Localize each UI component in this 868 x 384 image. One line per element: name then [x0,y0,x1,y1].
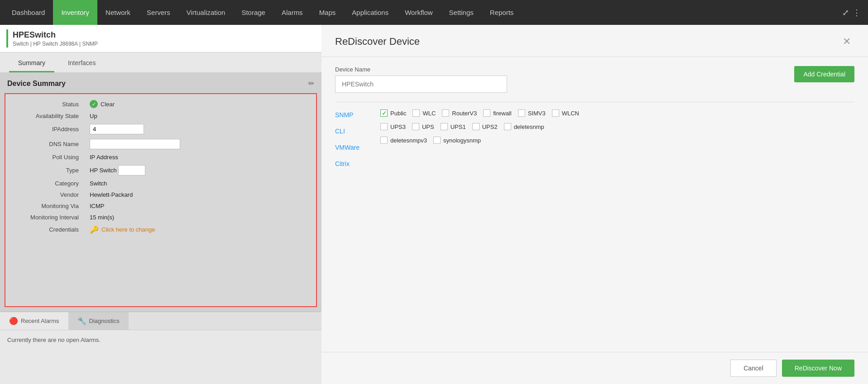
nav-alarms[interactable]: Alarms [273,0,311,25]
cred-checkbox-ups[interactable] [412,123,419,130]
device-summary-header: Device Summary ✏ [5,77,317,90]
nav-settings[interactable]: Settings [441,0,482,25]
menu-icon[interactable]: ⋮ [853,8,861,18]
field-label-type: Type [9,163,86,178]
nav-dashboard[interactable]: Dashboard [4,0,53,25]
field-label-credentials: Credentials [9,223,86,236]
protocol-vmware[interactable]: VMWare [335,142,371,153]
tab-summary[interactable]: Summary [9,55,54,72]
modal-panel: ReDiscover Device ✕ Device Name Add Cred… [321,25,868,384]
table-row: Category Switch [9,178,312,189]
cred-checkbox-simv3[interactable] [518,109,525,117]
field-value-dns [86,137,312,152]
cred-label-ups: UPS [422,123,434,130]
field-label-category: Category [9,178,86,189]
device-name-input[interactable] [335,76,507,93]
cred-label-wlcn: WLCN [562,110,579,117]
top-nav: Dashboard Inventory Network Servers Virt… [0,0,868,25]
rediscover-button[interactable]: ReDiscover Now [782,360,854,377]
cred-checkbox-deletesnmpv3[interactable] [380,137,388,144]
modal-footer: Cancel ReDiscover Now [321,352,868,384]
tab-interfaces[interactable]: Interfaces [59,55,105,72]
cred-checkbox-deletesnmp[interactable] [504,123,511,130]
summary-table: Status ✓ Clear Availability State Up [9,98,312,236]
cred-label-deletesnmpv3: deletesnmpv3 [390,137,427,144]
resize-icon[interactable]: ⤢ [842,8,849,18]
cred-checkbox-ups1[interactable] [441,123,448,130]
tab-diagnostics[interactable]: 🔧 Diagnostics [68,312,129,330]
cred-deletesnmp[interactable]: deletesnmp [504,123,544,130]
nav-virtualization[interactable]: Virtualization [178,0,234,25]
protocol-cli[interactable]: CLI [335,126,371,137]
edit-icon[interactable]: ✏ [308,79,314,88]
credentials-section: SNMP CLI VMWare Citrix ✓ Public [335,102,854,169]
protocol-citrix[interactable]: Citrix [335,158,371,169]
ip-address-input[interactable] [90,124,144,134]
tab-recent-alarms-label: Recent Alarms [21,318,59,324]
field-value-ip [86,122,312,137]
field-label-monitoring-via: Monitoring Via [9,200,86,212]
cred-checkbox-public[interactable]: ✓ [380,109,388,117]
cred-synologysnmp[interactable]: synologysnmp [433,137,481,144]
cred-checkbox-firewall[interactable] [483,109,490,117]
table-row: Poll Using IP Address [9,152,312,163]
field-value-availability: Up [86,110,312,122]
modal-header: ReDiscover Device ✕ [321,25,868,57]
credentials-link[interactable]: 🔑 Click here to change [90,225,309,234]
field-value-monitoring-via: ICMP [86,200,312,212]
alarm-icon: 🔴 [9,317,18,325]
nav-reports[interactable]: Reports [482,0,522,25]
table-row: DNS Name [9,137,312,152]
cred-firewall[interactable]: firewall [483,109,511,117]
field-label-status: Status [9,98,86,110]
cred-label-public: Public [390,110,406,117]
cred-public[interactable]: ✓ Public [380,109,406,117]
type-input[interactable] [118,165,145,175]
table-row: Monitoring Interval 15 min(s) [9,212,312,223]
nav-inventory[interactable]: Inventory [53,0,97,25]
cred-ups1[interactable]: UPS1 [441,123,466,130]
cred-checkbox-synologysnmp[interactable] [433,137,441,144]
cred-checkbox-ups2[interactable] [472,123,480,130]
field-value-monitoring-interval: 15 min(s) [86,212,312,223]
nav-storage[interactable]: Storage [233,0,273,25]
cred-ups2[interactable]: UPS2 [472,123,498,130]
cred-label-firewall: firewall [493,110,511,117]
device-summary-area: Device Summary ✏ Status ✓ Clear [0,73,321,312]
tabs-bar: Summary Interfaces [0,52,321,73]
nav-applications[interactable]: Applications [344,0,397,25]
cred-checkbox-routerv3[interactable] [442,109,449,117]
add-credential-button[interactable]: Add Credential [794,66,854,82]
bottom-tabs: 🔴 Recent Alarms 🔧 Diagnostics [0,312,321,330]
close-button[interactable]: ✕ [839,34,854,49]
protocol-snmp[interactable]: SNMP [335,109,371,120]
cred-label-ups2: UPS2 [482,123,498,130]
cred-ups[interactable]: UPS [412,123,434,130]
cred-checkbox-ups3[interactable] [380,123,388,130]
field-label-poll: Poll Using [9,152,86,163]
table-row: Availability State Up [9,110,312,122]
cancel-button[interactable]: Cancel [730,360,777,377]
cred-wlc[interactable]: WLC [412,109,436,117]
cred-label-synologysnmp: synologysnmp [443,137,481,144]
cred-checkbox-wlc[interactable] [412,109,420,117]
dns-name-input[interactable] [90,139,180,149]
cred-label-simv3: SIMV3 [528,110,546,117]
cred-routerv3[interactable]: RouterV3 [442,109,477,117]
nav-workflow[interactable]: Workflow [397,0,441,25]
nav-network[interactable]: Network [97,0,139,25]
tab-recent-alarms[interactable]: 🔴 Recent Alarms [0,312,68,330]
nav-servers[interactable]: Servers [139,0,178,25]
field-label-dns: DNS Name [9,137,86,152]
tab-diagnostics-label: Diagnostics [89,318,120,324]
cred-checkbox-wlcn[interactable] [552,109,559,117]
cred-deletesnmpv3[interactable]: deletesnmpv3 [380,137,427,144]
cred-label-deletesnmp: deletesnmp [514,123,544,130]
cred-ups3[interactable]: UPS3 [380,123,406,130]
cred-simv3[interactable]: SIMV3 [518,109,546,117]
status-text: Clear [101,101,115,108]
table-row: Status ✓ Clear [9,98,312,110]
cred-wlcn[interactable]: WLCN [552,109,579,117]
nav-maps[interactable]: Maps [311,0,344,25]
cred-row-1: ✓ Public WLC RouterV3 [380,109,854,117]
